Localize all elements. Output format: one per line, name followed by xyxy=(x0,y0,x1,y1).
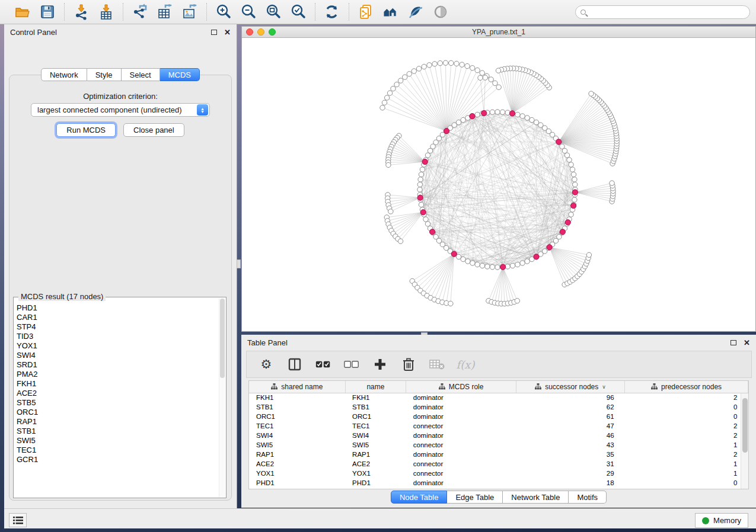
network-node[interactable] xyxy=(423,217,428,222)
network-window-titlebar[interactable]: YPA_prune.txt_1 xyxy=(242,27,755,38)
mcds-hub-node[interactable] xyxy=(430,229,435,235)
network-node[interactable] xyxy=(520,114,525,118)
tab-motifs[interactable]: Motifs xyxy=(569,491,607,504)
close-table-panel-icon[interactable]: ✕ xyxy=(744,339,750,347)
float-table-panel-icon[interactable] xyxy=(731,340,736,345)
mcds-result-item[interactable]: ACE2 xyxy=(17,389,226,398)
network-node[interactable] xyxy=(385,95,390,100)
table-row[interactable]: FKH1FKH1dominator962 xyxy=(249,393,748,402)
search-input[interactable] xyxy=(586,8,749,17)
network-node[interactable] xyxy=(461,117,465,122)
table-row[interactable]: STB1STB1dominator620 xyxy=(249,402,748,412)
table-options-icon[interactable]: ⚙ xyxy=(259,357,274,372)
mcds-hub-node[interactable] xyxy=(444,129,449,134)
mcds-result-item[interactable]: STP4 xyxy=(17,322,226,332)
mcds-hub-node[interactable] xyxy=(509,111,515,116)
mcds-result-item[interactable]: CAR1 xyxy=(17,313,226,322)
network-node[interactable] xyxy=(569,162,573,167)
network-node[interactable] xyxy=(480,70,484,75)
zoom-selected-icon[interactable] xyxy=(290,4,307,20)
mcds-hub-node[interactable] xyxy=(451,251,457,257)
column-header-successor-nodes[interactable]: successor nodes∨ xyxy=(516,381,624,393)
mcds-result-item[interactable]: TID3 xyxy=(17,332,226,341)
network-node[interactable] xyxy=(515,299,519,303)
network-node[interactable] xyxy=(525,259,529,264)
network-node[interactable] xyxy=(589,91,594,96)
network-node[interactable] xyxy=(564,153,569,158)
tab-edge-table[interactable]: Edge Table xyxy=(447,491,503,504)
network-node[interactable] xyxy=(465,63,470,68)
network-node[interactable] xyxy=(495,265,500,270)
column-header-shared-name[interactable]: shared name xyxy=(249,381,345,393)
network-node[interactable] xyxy=(428,148,432,153)
mcds-hub-node[interactable] xyxy=(556,139,562,145)
export-image-icon[interactable] xyxy=(181,4,198,20)
network-node[interactable] xyxy=(495,110,500,114)
table-row[interactable]: ACE2ACE2connector311 xyxy=(249,459,748,469)
open-file-icon[interactable] xyxy=(14,4,31,20)
refresh-icon[interactable] xyxy=(324,4,340,20)
optimization-criterion-select[interactable]: largest connected component (undirected)… xyxy=(31,103,210,117)
task-history-icon[interactable] xyxy=(9,513,27,527)
table-row[interactable]: SWI4SWI4dominator462 xyxy=(249,431,748,440)
zoom-in-icon[interactable] xyxy=(215,4,232,20)
mcds-hub-node[interactable] xyxy=(534,254,539,259)
network-node[interactable] xyxy=(478,75,483,80)
network-node[interactable] xyxy=(454,61,459,66)
network-node[interactable] xyxy=(470,261,475,265)
network-node[interactable] xyxy=(485,264,490,269)
run-mcds-button[interactable]: Run MCDS xyxy=(56,123,116,137)
tab-network-table[interactable]: Network Table xyxy=(503,491,569,504)
network-node[interactable] xyxy=(510,263,515,268)
network-node[interactable] xyxy=(425,222,430,226)
table-row[interactable]: YOX1YOX1connector291 xyxy=(249,469,748,478)
export-network-icon[interactable] xyxy=(132,4,148,20)
mcds-hub-node[interactable] xyxy=(422,159,428,164)
mcds-result-item[interactable]: PMA2 xyxy=(17,370,226,379)
mcds-hub-node[interactable] xyxy=(560,229,565,235)
network-node[interactable] xyxy=(417,182,422,187)
network-node[interactable] xyxy=(571,172,576,177)
memory-button[interactable]: Memory xyxy=(695,513,748,528)
table-row[interactable]: SWI5SWI5connector431 xyxy=(249,440,748,450)
tab-mcds[interactable]: MCDS xyxy=(160,68,200,81)
network-node[interactable] xyxy=(460,62,464,67)
table-row[interactable]: TEC1TEC1connector472 xyxy=(249,421,748,431)
network-node[interactable] xyxy=(412,69,416,73)
network-node[interactable] xyxy=(386,162,391,167)
close-panel-button[interactable]: Close panel xyxy=(123,123,184,137)
network-node[interactable] xyxy=(490,110,495,114)
network-node[interactable] xyxy=(382,100,387,105)
column-header-MCDS-role[interactable]: MCDS role xyxy=(406,381,516,393)
network-node[interactable] xyxy=(449,60,454,65)
delete-column-icon[interactable] xyxy=(401,357,416,372)
show-all-icon[interactable] xyxy=(432,4,449,20)
tab-node-table[interactable]: Node Table xyxy=(391,491,448,504)
mcds-result-item[interactable]: PHD1 xyxy=(17,303,226,313)
network-node[interactable] xyxy=(417,187,422,192)
network-node[interactable] xyxy=(529,117,534,122)
network-node[interactable] xyxy=(432,62,437,66)
mcds-result-item[interactable]: RAP1 xyxy=(17,417,226,427)
network-node[interactable] xyxy=(418,177,423,182)
table-scrollbar[interactable] xyxy=(741,393,748,489)
mcds-hub-node[interactable] xyxy=(420,210,426,215)
table-row[interactable]: RAP1RAP1dominator352 xyxy=(249,450,748,459)
network-node[interactable] xyxy=(573,182,578,187)
network-node[interactable] xyxy=(422,64,426,69)
network-node[interactable] xyxy=(475,262,480,267)
hide-selected-icon[interactable] xyxy=(407,4,424,20)
mcds-result-item[interactable]: YOX1 xyxy=(17,341,226,351)
network-node[interactable] xyxy=(572,197,577,202)
close-panel-icon[interactable]: ✕ xyxy=(224,28,231,36)
mcds-hub-node[interactable] xyxy=(417,195,423,200)
table-row[interactable]: PHD1PHD1dominator180 xyxy=(249,478,748,488)
network-node[interactable] xyxy=(387,91,392,95)
network-node[interactable] xyxy=(505,110,510,115)
export-table-icon[interactable] xyxy=(157,4,173,20)
network-node[interactable] xyxy=(534,120,538,124)
network-node[interactable] xyxy=(475,112,480,117)
network-node[interactable] xyxy=(419,172,423,177)
network-node[interactable] xyxy=(496,85,501,89)
mcds-hub-node[interactable] xyxy=(571,203,576,209)
